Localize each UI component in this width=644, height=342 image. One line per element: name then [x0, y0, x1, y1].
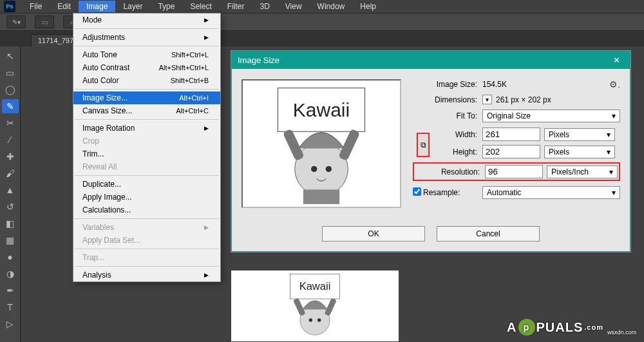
close-icon[interactable]: ✕: [609, 55, 624, 65]
height-unit-dropdown[interactable]: Pixels▾: [544, 146, 615, 158]
selection-mode-new[interactable]: ▭: [35, 15, 54, 28]
menu-select[interactable]: Select: [182, 1, 219, 12]
svg-point-3: [309, 318, 313, 322]
resolution-input[interactable]: [485, 165, 543, 178]
menu-item-image-rotation[interactable]: Image Rotation▶: [73, 122, 220, 135]
dimensions-unit-dropdown[interactable]: ▾: [482, 95, 492, 104]
menu-3d[interactable]: 3D: [252, 1, 277, 12]
menu-item-analysis[interactable]: Analysis▶: [73, 269, 220, 281]
svg-rect-6: [324, 298, 337, 316]
tool-pen[interactable]: ✒: [2, 283, 19, 298]
fit-to-label: Fit To:: [413, 111, 477, 120]
menu-edit[interactable]: Edit: [50, 1, 79, 12]
menu-item-auto-tone[interactable]: Auto ToneShift+Ctrl+L: [73, 48, 220, 61]
tool-blur[interactable]: ●: [2, 250, 19, 264]
chevron-down-icon: ▾: [609, 167, 613, 176]
tool-eraser[interactable]: ◧: [2, 216, 19, 231]
menu-item-image-size-[interactable]: Image Size...Alt+Ctrl+I: [73, 91, 220, 104]
menu-item-apply-image-[interactable]: Apply Image...: [73, 191, 220, 204]
menu-item-trap-: Trap...: [73, 251, 220, 264]
width-label: Width:: [432, 130, 477, 139]
watermark-a: A: [507, 320, 516, 335]
menu-file[interactable]: File: [22, 1, 50, 12]
menu-item-reveal-all: Reveal All: [73, 160, 220, 173]
resample-checkbox[interactable]: [413, 187, 421, 196]
kawaii-illustration-icon: Kawaii: [231, 271, 399, 341]
dialog-title: Image Size: [238, 55, 279, 65]
resolution-unit-value: Pixels/Inch: [551, 167, 589, 176]
image-menu-dropdown: Mode▶Adjustments▶Auto ToneShift+Ctrl+LAu…: [73, 13, 221, 282]
ok-button[interactable]: OK: [322, 226, 425, 242]
menu-help[interactable]: Help: [352, 1, 384, 12]
width-input[interactable]: [482, 128, 540, 141]
tool-dodge[interactable]: ◑: [2, 267, 19, 281]
tool-crop[interactable]: ✂: [2, 116, 19, 130]
menu-item-auto-contrast[interactable]: Auto ContrastAlt+Shift+Ctrl+L: [73, 61, 220, 74]
image-size-label: Image Size:: [413, 80, 477, 89]
fit-to-dropdown[interactable]: Original Size▾: [482, 109, 620, 122]
menu-type[interactable]: Type: [150, 1, 182, 12]
menu-item-calculations-[interactable]: Calculations...: [73, 204, 220, 216]
menu-item-duplicate-[interactable]: Duplicate...: [73, 178, 220, 191]
resample-value: Automatic: [487, 188, 521, 197]
dimensions-label: Dimensions:: [413, 95, 477, 104]
menu-item-crop: Crop: [73, 135, 220, 147]
menu-image[interactable]: Image: [79, 1, 115, 12]
tool-quick-select[interactable]: ✎: [2, 99, 19, 113]
tool-heal[interactable]: ✚: [2, 149, 19, 164]
tool-brush[interactable]: 🖌: [2, 166, 19, 180]
height-input[interactable]: [482, 145, 540, 158]
svg-point-11: [326, 166, 332, 172]
ps-logo-icon: Ps: [4, 1, 15, 12]
svg-rect-14: [303, 189, 339, 204]
svg-point-4: [317, 318, 321, 322]
resolution-label: Resolution:: [415, 167, 480, 176]
menu-filter[interactable]: Filter: [220, 1, 252, 12]
svg-point-9: [295, 142, 348, 196]
resolution-unit-dropdown[interactable]: Pixels/Inch▾: [547, 166, 618, 178]
svg-rect-5: [293, 298, 306, 316]
menu-window[interactable]: Window: [310, 1, 353, 12]
dimensions-value: 261 px × 202 px: [496, 95, 551, 104]
width-unit-dropdown[interactable]: Pixels▾: [544, 128, 615, 141]
cancel-button[interactable]: Cancel: [437, 226, 540, 242]
dialog-titlebar: Image Size ✕: [231, 51, 630, 69]
tool-stamp[interactable]: ▲: [2, 183, 19, 197]
tool-lasso[interactable]: ◯: [2, 82, 19, 97]
tool-path-select[interactable]: ▷: [2, 317, 19, 331]
svg-point-2: [300, 305, 330, 335]
menu-item-mode[interactable]: Mode▶: [73, 14, 220, 26]
width-unit-value: Pixels: [549, 130, 569, 139]
watermark-puals: PUALS: [536, 320, 583, 335]
tool-eyedropper[interactable]: ∕: [2, 133, 19, 147]
menu-item-adjustments[interactable]: Adjustments▶: [73, 31, 220, 44]
menu-layer[interactable]: Layer: [115, 1, 150, 12]
resample-label: Resample:: [423, 188, 477, 197]
watermark-domain: .com: [584, 323, 603, 331]
tool-gradient[interactable]: ▦: [2, 233, 19, 247]
chevron-down-icon: ▾: [607, 130, 611, 139]
menu-item-apply-data-set-: Apply Data Set...: [73, 234, 220, 247]
menu-item-auto-color[interactable]: Auto ColorShift+Ctrl+B: [73, 74, 220, 87]
tool-marquee[interactable]: ▭: [2, 66, 19, 80]
image-size-value: 154.5K: [482, 80, 507, 89]
tool-preset-dropdown[interactable]: ✎▾: [6, 15, 26, 28]
tool-history-brush[interactable]: ↺: [2, 200, 19, 214]
watermark-sub: wsxdn.com: [607, 329, 636, 336]
svg-point-10: [311, 166, 317, 172]
menu-view[interactable]: View: [278, 1, 310, 12]
tool-type[interactable]: T: [2, 300, 19, 314]
canvas-image: Kawaii: [231, 271, 399, 341]
tool-move[interactable]: ↖: [2, 49, 19, 63]
resample-dropdown[interactable]: Automatic▾: [482, 186, 620, 199]
chevron-down-icon: ▾: [612, 188, 616, 197]
menu-item-canvas-size-[interactable]: Canvas Size...Alt+Ctrl+C: [73, 104, 220, 117]
toolbox: ↖▭◯✎✂∕✚🖌▲↺◧▦●◑✒T▷: [0, 46, 21, 342]
gear-icon[interactable]: ⚙.: [609, 79, 620, 90]
height-unit-value: Pixels: [549, 147, 569, 157]
chevron-down-icon: ▾: [612, 111, 616, 120]
menu-item-trim-[interactable]: Trim...: [73, 147, 220, 160]
constrain-proportions-icon[interactable]: ⧉: [417, 133, 430, 157]
kawaii-illustration-icon: Kawaii: [243, 81, 400, 207]
fit-to-value: Original Size: [487, 111, 531, 120]
